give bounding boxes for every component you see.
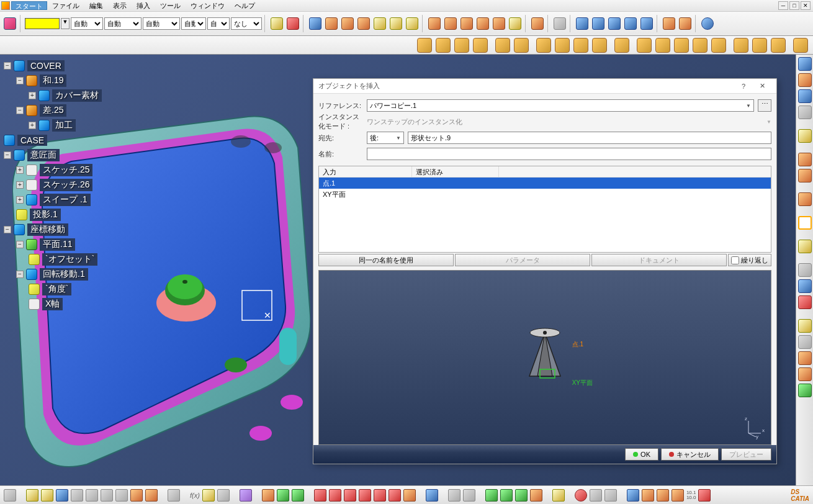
- dest-target-input[interactable]: [408, 132, 771, 144]
- user-1-icon[interactable]: [627, 489, 639, 502]
- close-button[interactable]: ✕: [753, 82, 771, 90]
- menu-window[interactable]: ウィンドウ: [186, 1, 230, 11]
- color-swatch[interactable]: [25, 18, 60, 29]
- menu-insert[interactable]: 挿入: [132, 1, 155, 11]
- body-4-icon[interactable]: [473, 38, 488, 53]
- tree-node-coord-move[interactable]: 座標移動: [27, 223, 68, 236]
- hide-show-icon[interactable]: [448, 489, 460, 502]
- expander-icon[interactable]: −: [4, 151, 11, 159]
- cut-icon[interactable]: [86, 489, 98, 502]
- expander-icon[interactable]: −: [16, 77, 24, 84]
- plane-1-icon[interactable]: [607, 16, 622, 31]
- redo-icon[interactable]: [145, 489, 158, 502]
- camera-icon[interactable]: [4, 489, 16, 502]
- rtb-sketch-icon[interactable]: [798, 89, 812, 103]
- preview-viewport[interactable]: 点.1 XY平面 z x y: [318, 270, 771, 445]
- rtb-axis2-icon[interactable]: [798, 263, 812, 277]
- view-cube-icon[interactable]: [403, 489, 416, 502]
- arc-1-icon[interactable]: [662, 16, 676, 31]
- shell-icon[interactable]: [508, 16, 523, 31]
- spline-1-icon[interactable]: [427, 16, 442, 31]
- user-4-icon[interactable]: [672, 489, 684, 502]
- cancel-button[interactable]: キャンセル: [661, 448, 719, 461]
- formula-icon[interactable]: f(x): [190, 492, 200, 499]
- rtb-offset-icon[interactable]: [798, 351, 812, 365]
- spec-tree[interactable]: −COVER −和.19 +カバー素材 −差.25 +加工 CASE −意匠面 …: [0, 55, 149, 312]
- body-1-icon[interactable]: [417, 38, 432, 53]
- cube-2-icon[interactable]: [655, 38, 670, 53]
- material-icon[interactable]: [240, 489, 252, 502]
- plane-2-icon[interactable]: [623, 16, 638, 31]
- table-icon[interactable]: [202, 489, 215, 502]
- eraser-icon[interactable]: [285, 16, 300, 31]
- expander-icon[interactable]: −: [16, 271, 24, 278]
- help-button[interactable]: ?: [734, 83, 753, 90]
- iso-1-icon[interactable]: [495, 38, 510, 53]
- menu-help[interactable]: ヘルプ: [230, 1, 260, 11]
- body-3-icon[interactable]: [454, 38, 469, 53]
- assembly-icon[interactable]: [530, 16, 545, 31]
- copy-icon[interactable]: [101, 489, 113, 502]
- swap-visible-icon[interactable]: [463, 489, 475, 502]
- surface-2-icon[interactable]: [389, 16, 403, 31]
- exit-workbench-icon[interactable]: [552, 489, 565, 502]
- expander-icon[interactable]: −: [4, 226, 11, 233]
- menu-view[interactable]: 表示: [108, 1, 132, 11]
- paste-icon[interactable]: [115, 489, 128, 502]
- catalog-browse-icon[interactable]: [698, 489, 711, 502]
- surface-3-icon[interactable]: [405, 16, 420, 31]
- tree-node-sketch25[interactable]: スケッチ.25: [40, 164, 92, 176]
- menu-edit[interactable]: 編集: [84, 1, 108, 11]
- same-name-button[interactable]: 同一の名前を使用: [318, 254, 454, 266]
- body-2-icon[interactable]: [436, 38, 451, 53]
- tree-node-rotate1[interactable]: 回転移動.1: [40, 268, 88, 281]
- script-1-icon[interactable]: [555, 38, 570, 53]
- measure-1-icon[interactable]: [734, 38, 748, 53]
- preview-button[interactable]: プレビュー: [721, 448, 771, 461]
- pan-icon[interactable]: [329, 489, 341, 502]
- curve-2-icon[interactable]: [356, 16, 371, 31]
- user-2-icon[interactable]: [642, 489, 654, 502]
- rtb-check-icon[interactable]: [798, 384, 812, 397]
- close-window-button[interactable]: ✕: [801, 1, 811, 10]
- tree-node-sa25[interactable]: 差.25: [40, 104, 66, 117]
- fit-view-icon[interactable]: [324, 16, 339, 31]
- cube-5-icon[interactable]: [711, 38, 726, 53]
- menu-tool[interactable]: ツール: [155, 1, 186, 11]
- palette-icon[interactable]: [2, 16, 17, 31]
- start-menu[interactable]: スタート: [11, 1, 47, 10]
- arc-2-icon[interactable]: [678, 16, 693, 31]
- rtb-boundary-icon[interactable]: [798, 335, 812, 349]
- select-auto-3[interactable]: 自動: [143, 17, 180, 30]
- rtb-gear-icon[interactable]: [798, 106, 812, 119]
- select-auto-2[interactable]: 自動: [104, 17, 141, 30]
- expander-icon[interactable]: −: [4, 62, 11, 70]
- tree-node-offset[interactable]: `オフセット`: [42, 253, 97, 266]
- tree-node-plane11[interactable]: 平面.11: [40, 238, 75, 251]
- expander-icon[interactable]: −: [16, 107, 24, 114]
- expander-icon[interactable]: +: [29, 122, 36, 129]
- tree-node-design-surf[interactable]: 意匠面: [27, 149, 60, 161]
- stop-icon[interactable]: [604, 489, 617, 502]
- advanced-2-icon[interactable]: [500, 489, 513, 502]
- document-button[interactable]: ドキュメント: [591, 254, 727, 266]
- rtb-axis-icon[interactable]: [798, 73, 812, 87]
- rtb-update-icon[interactable]: [798, 57, 812, 71]
- rtb-abc-icon[interactable]: [798, 240, 812, 253]
- fitall-icon[interactable]: [314, 489, 326, 502]
- sparkle-icon[interactable]: [552, 16, 567, 31]
- parameter-button[interactable]: パラメータ: [455, 254, 590, 266]
- catalog-icon[interactable]: [536, 38, 551, 53]
- tree-node-cover[interactable]: COVER: [27, 60, 65, 71]
- maximize-button[interactable]: □: [789, 1, 799, 10]
- language-icon[interactable]: [217, 489, 230, 502]
- tree-node-sweep1[interactable]: スイープ .1: [40, 194, 91, 206]
- rtb-fillet-icon[interactable]: [798, 192, 812, 206]
- advanced-3-icon[interactable]: [515, 489, 528, 502]
- measure-2-icon[interactable]: [752, 38, 767, 53]
- dest-position-combo[interactable]: 後:▼: [367, 132, 404, 144]
- save-icon[interactable]: [56, 489, 68, 502]
- tree-node-xaxis[interactable]: X軸: [42, 298, 63, 310]
- render-icon[interactable]: [793, 38, 808, 53]
- inputs-list[interactable]: 入力 選択済み 点.1 XY平面: [318, 166, 771, 253]
